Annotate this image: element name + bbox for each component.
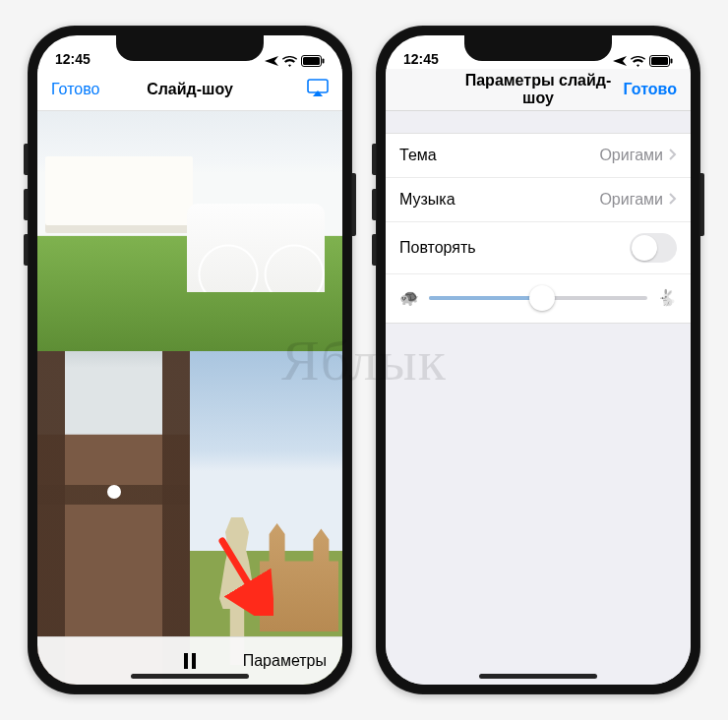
rabbit-icon: 🐇 xyxy=(657,288,677,307)
airplay-icon[interactable] xyxy=(307,79,329,100)
svg-rect-4 xyxy=(184,653,188,669)
svg-rect-8 xyxy=(671,59,673,64)
navigation-bar: Параметры слайд-шоу Готово xyxy=(386,69,691,111)
repeat-toggle[interactable] xyxy=(630,233,677,263)
speed-slider[interactable] xyxy=(429,296,647,300)
navigation-bar: Готово Слайд-шоу xyxy=(37,69,342,111)
row-theme-label: Тема xyxy=(399,147,437,164)
wifi-icon xyxy=(282,56,297,67)
row-theme[interactable]: Тема Оригами xyxy=(386,134,691,178)
pause-icon xyxy=(183,653,197,669)
row-speed: 🐢 🐇 xyxy=(386,274,691,323)
airplane-mode-icon xyxy=(265,55,278,67)
done-button[interactable]: Готово xyxy=(51,81,99,98)
notch xyxy=(116,35,264,61)
home-indicator xyxy=(479,674,597,679)
settings-body: Тема Оригами Музыка Оригами xyxy=(386,111,691,685)
slideshow-photo-bottom-right xyxy=(190,351,342,685)
phone-options: 12:45 Параметры слайд-шоу xyxy=(376,26,700,694)
turtle-icon: 🐢 xyxy=(399,288,419,307)
row-repeat: Повторять xyxy=(386,222,691,274)
clock: 12:45 xyxy=(55,51,91,67)
options-button[interactable]: Параметры xyxy=(243,652,327,670)
phone-slideshow: 12:45 Готово Слайд-шоу xyxy=(28,26,352,694)
page-title: Параметры слайд-шоу xyxy=(462,72,614,107)
page-title: Слайд-шоу xyxy=(114,81,266,98)
chevron-right-icon xyxy=(669,191,677,209)
done-button[interactable]: Готово xyxy=(624,81,677,98)
notch xyxy=(464,35,612,61)
pause-button[interactable] xyxy=(183,653,197,669)
airplane-mode-icon xyxy=(613,55,627,67)
svg-rect-1 xyxy=(303,57,320,65)
battery-icon xyxy=(649,55,673,67)
row-music[interactable]: Музыка Оригами xyxy=(386,178,691,222)
home-indicator xyxy=(131,674,249,679)
speed-slider-fill xyxy=(429,296,542,300)
row-music-value: Оригами xyxy=(599,191,663,209)
slideshow-photo-top xyxy=(37,111,342,351)
speed-slider-thumb[interactable] xyxy=(529,285,555,311)
slideshow-canvas[interactable]: Параметры xyxy=(37,111,342,685)
svg-rect-5 xyxy=(192,653,196,669)
wifi-icon xyxy=(631,56,645,67)
row-theme-value: Оригами xyxy=(599,147,663,164)
row-music-label: Музыка xyxy=(399,191,455,209)
clock: 12:45 xyxy=(403,51,439,67)
svg-rect-2 xyxy=(323,59,325,64)
row-repeat-label: Повторять xyxy=(399,239,476,257)
settings-list: Тема Оригами Музыка Оригами xyxy=(386,133,691,324)
slideshow-photo-bottom-left xyxy=(37,351,190,685)
chevron-right-icon xyxy=(669,147,677,164)
battery-icon xyxy=(301,55,325,67)
svg-rect-7 xyxy=(651,57,668,65)
